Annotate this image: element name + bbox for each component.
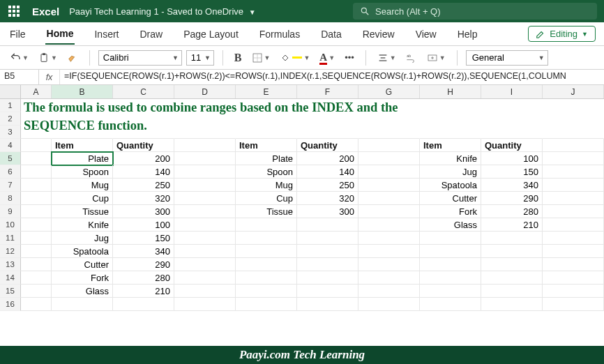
cell[interactable] [174, 245, 236, 258]
cell[interactable] [236, 245, 297, 258]
col-header[interactable]: D [174, 85, 236, 98]
cell[interactable]: Cutter [52, 258, 113, 271]
wrap-text-button[interactable]: ab [403, 51, 420, 65]
cell[interactable]: Spoon [236, 165, 297, 179]
tab-draw[interactable]: Draw [138, 24, 164, 44]
cell[interactable] [236, 232, 297, 245]
cell[interactable] [297, 285, 358, 298]
cell[interactable] [21, 152, 52, 165]
cell[interactable] [543, 179, 604, 192]
cell[interactable] [21, 218, 52, 232]
col-header[interactable]: E [236, 85, 297, 98]
cell[interactable] [174, 205, 236, 218]
cell[interactable] [420, 99, 481, 112]
cell[interactable] [543, 192, 604, 205]
col-header[interactable]: F [297, 85, 358, 98]
cell[interactable] [543, 285, 604, 298]
cell[interactable] [358, 245, 420, 258]
cell[interactable]: Plate [52, 152, 113, 165]
cell[interactable]: The formula is used to combine ranges ba… [21, 99, 52, 112]
tab-insert[interactable]: Insert [93, 24, 120, 44]
col-header[interactable]: J [543, 85, 604, 98]
tab-page-layout[interactable]: Page Layout [182, 24, 240, 44]
cell[interactable] [21, 285, 52, 298]
row-header[interactable]: 9 [0, 205, 21, 218]
cell[interactable] [481, 245, 543, 258]
cell[interactable] [174, 298, 236, 311]
cell[interactable] [297, 232, 358, 245]
cell[interactable]: Glass [52, 285, 113, 298]
cell[interactable] [21, 298, 52, 311]
cell[interactable]: 100 [113, 218, 174, 232]
cell[interactable] [236, 298, 297, 311]
cell[interactable] [481, 298, 543, 311]
cell[interactable] [481, 285, 543, 298]
cell[interactable]: Jug [52, 232, 113, 245]
row-header[interactable]: 4 [0, 139, 21, 152]
font-color-button[interactable]: A▼ [317, 50, 338, 65]
row-header[interactable]: 11 [0, 232, 21, 245]
select-all-corner[interactable] [0, 85, 21, 98]
col-header[interactable]: B [52, 85, 113, 98]
tab-review[interactable]: Review [361, 24, 396, 44]
format-painter-button[interactable] [64, 51, 81, 65]
row-header[interactable]: 15 [0, 285, 21, 298]
cell[interactable]: Mug [52, 179, 113, 192]
cell[interactable] [543, 99, 604, 112]
cell[interactable] [543, 139, 604, 152]
cell[interactable] [543, 112, 604, 126]
cell[interactable]: Quantity [113, 139, 174, 152]
cell[interactable] [420, 112, 481, 126]
cell[interactable] [358, 298, 420, 311]
row-header[interactable]: 8 [0, 192, 21, 205]
cell[interactable]: 340 [481, 179, 543, 192]
cell[interactable] [174, 139, 236, 152]
cell[interactable] [21, 258, 52, 271]
cell[interactable] [297, 245, 358, 258]
merge-button[interactable]: ▼ [424, 51, 448, 65]
cell[interactable] [420, 271, 481, 285]
cell[interactable]: Tissue [52, 205, 113, 218]
cell[interactable] [174, 126, 236, 139]
cell[interactable] [21, 271, 52, 285]
cell[interactable]: 150 [113, 232, 174, 245]
cell[interactable] [358, 139, 420, 152]
cell[interactable] [481, 99, 543, 112]
tab-data[interactable]: Data [319, 24, 343, 44]
cell[interactable]: 280 [481, 205, 543, 218]
cell[interactable]: Knife [420, 152, 481, 165]
row-header[interactable]: 14 [0, 271, 21, 285]
cell[interactable]: 210 [481, 218, 543, 232]
cell[interactable] [21, 139, 52, 152]
cell[interactable] [358, 192, 420, 205]
cell[interactable]: Spoon [52, 165, 113, 179]
cell[interactable]: Mug [236, 179, 297, 192]
cell[interactable] [174, 218, 236, 232]
cell[interactable]: Item [52, 139, 113, 152]
align-center-button[interactable]: ▼ [375, 51, 399, 65]
cell[interactable] [52, 298, 113, 311]
cell[interactable] [481, 112, 543, 126]
cell[interactable]: Knife [52, 218, 113, 232]
cell[interactable] [236, 258, 297, 271]
cell[interactable] [420, 126, 481, 139]
editing-mode-button[interactable]: Editing ▼ [528, 26, 596, 42]
tab-view[interactable]: View [414, 24, 438, 44]
cell[interactable] [358, 271, 420, 285]
cell[interactable]: Cutter [420, 192, 481, 205]
cell[interactable]: Glass [420, 218, 481, 232]
tab-file[interactable]: File [8, 24, 27, 44]
cell[interactable] [236, 285, 297, 298]
col-header[interactable]: G [358, 85, 420, 98]
cell[interactable] [358, 218, 420, 232]
cell[interactable]: 140 [113, 165, 174, 179]
cell[interactable] [174, 258, 236, 271]
row-header[interactable]: 2 [0, 112, 21, 126]
cell[interactable] [297, 298, 358, 311]
cell[interactable] [420, 245, 481, 258]
cell[interactable]: Spatoola [420, 179, 481, 192]
undo-button[interactable]: ▼ [7, 51, 31, 65]
cell[interactable] [297, 218, 358, 232]
cell[interactable] [481, 126, 543, 139]
cell[interactable] [236, 271, 297, 285]
